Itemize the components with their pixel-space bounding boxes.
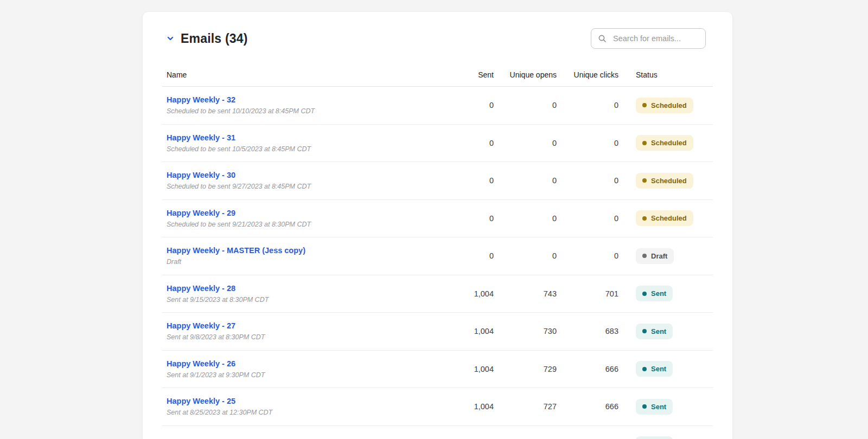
- table-header-row: Name Sent Unique opens Unique clicks Sta…: [162, 49, 713, 87]
- emails-panel: Emails (34) Name Sent Unique opens Uniqu…: [143, 12, 732, 439]
- email-row[interactable]: Happy Weekly - 30 Scheduled to be sent 9…: [162, 162, 713, 200]
- email-row[interactable]: Happy Weekly - 24 Sent: [162, 426, 713, 439]
- unique-clicks-count: 0: [557, 139, 618, 147]
- email-name-link[interactable]: Happy Weekly - 27: [167, 321, 235, 330]
- sent-count: 1,004: [429, 289, 494, 298]
- column-header-unique-opens: Unique opens: [494, 70, 557, 79]
- email-row[interactable]: Happy Weekly - 27 Sent at 9/8/2023 at 8:…: [162, 313, 713, 351]
- status-dot-icon: [642, 216, 647, 221]
- status-cell: Sent: [618, 361, 709, 377]
- unique-opens-count: 0: [494, 214, 557, 223]
- email-subtitle: Draft: [167, 258, 429, 266]
- search-icon: [598, 34, 607, 43]
- unique-clicks-count: 0: [557, 214, 618, 223]
- column-header-sent: Sent: [429, 70, 494, 79]
- email-row[interactable]: Happy Weekly - 25 Sent at 8/25/2023 at 1…: [162, 388, 713, 426]
- status-badge: Sent: [636, 436, 673, 439]
- status-dot-icon: [642, 329, 647, 333]
- email-name-cell: Happy Weekly - MASTER (Jess copy) Draft: [167, 246, 429, 266]
- unique-clicks-count: 666: [557, 402, 618, 411]
- email-name-cell: Happy Weekly - 31 Scheduled to be sent 1…: [167, 133, 429, 153]
- status-label: Sent: [651, 365, 666, 373]
- column-header-unique-clicks: Unique clicks: [557, 70, 618, 79]
- status-dot-icon: [642, 292, 647, 296]
- email-name-link[interactable]: Happy Weekly - 29: [167, 209, 235, 217]
- status-label: Scheduled: [651, 214, 687, 222]
- column-header-name: Name: [167, 70, 429, 79]
- email-name-cell: Happy Weekly - 27 Sent at 9/8/2023 at 8:…: [167, 321, 429, 341]
- unique-clicks-count: 701: [557, 289, 618, 298]
- email-subtitle: Sent at 9/1/2023 at 9:30PM CDT: [167, 371, 429, 379]
- email-subtitle: Scheduled to be sent 9/21/2023 at 8:30PM…: [167, 221, 429, 228]
- email-row[interactable]: Happy Weekly - MASTER (Jess copy) Draft …: [162, 237, 713, 275]
- status-badge: Scheduled: [636, 98, 693, 113]
- email-row[interactable]: Happy Weekly - 28 Sent at 9/15/2023 at 8…: [162, 275, 713, 313]
- status-label: Scheduled: [651, 139, 687, 147]
- email-row[interactable]: Happy Weekly - 26 Sent at 9/1/2023 at 9:…: [162, 351, 713, 389]
- email-subtitle: Scheduled to be sent 9/27/2023 at 8:45PM…: [167, 183, 429, 190]
- email-name-link[interactable]: Happy Weekly - 31: [167, 133, 235, 142]
- status-label: Sent: [651, 403, 666, 411]
- status-cell: Scheduled: [618, 173, 709, 189]
- status-cell: Sent: [618, 324, 709, 339]
- sent-count: 0: [429, 251, 494, 260]
- sent-count: 1,004: [429, 402, 494, 411]
- column-header-status: Status: [618, 70, 709, 79]
- unique-clicks-count: 683: [557, 327, 618, 335]
- chevron-down-icon[interactable]: [167, 35, 174, 42]
- status-badge: Sent: [636, 286, 673, 301]
- email-name-link[interactable]: Happy Weekly - 28: [167, 284, 235, 293]
- status-label: Scheduled: [651, 101, 687, 109]
- status-badge: Sent: [636, 361, 673, 377]
- sent-count: 0: [429, 139, 494, 147]
- email-name-cell: Happy Weekly - 29 Scheduled to be sent 9…: [167, 209, 429, 228]
- email-name-cell: Happy Weekly - 30 Scheduled to be sent 9…: [167, 171, 429, 190]
- email-name-link[interactable]: Happy Weekly - 30: [167, 171, 235, 179]
- unique-opens-count: 743: [494, 289, 557, 298]
- email-subtitle: Scheduled to be sent 10/5/2023 at 8:45PM…: [167, 145, 429, 153]
- email-name-cell: Happy Weekly - 32 Scheduled to be sent 1…: [167, 95, 429, 115]
- status-dot-icon: [642, 178, 647, 183]
- unique-opens-count: 0: [494, 251, 557, 260]
- status-cell: Scheduled: [618, 135, 709, 151]
- email-name-link[interactable]: Happy Weekly - 25: [167, 397, 235, 405]
- sent-count: 0: [429, 214, 494, 223]
- unique-opens-count: 0: [494, 139, 557, 147]
- status-dot-icon: [642, 404, 647, 409]
- unique-opens-count: 730: [494, 327, 557, 335]
- email-row[interactable]: Happy Weekly - 32 Scheduled to be sent 1…: [162, 87, 713, 125]
- email-name-link[interactable]: Happy Weekly - 32: [167, 95, 235, 104]
- sent-count: 0: [429, 176, 494, 185]
- unique-opens-count: 0: [494, 101, 557, 109]
- status-cell: Sent: [618, 399, 709, 415]
- status-dot-icon: [642, 367, 647, 371]
- status-badge: Scheduled: [636, 210, 693, 226]
- status-cell: Sent: [618, 286, 709, 301]
- email-subtitle: Sent at 9/8/2023 at 8:30PM CDT: [167, 333, 429, 341]
- email-name-link[interactable]: Happy Weekly - MASTER (Jess copy): [167, 246, 305, 255]
- status-cell: Scheduled: [618, 210, 709, 226]
- status-badge: Draft: [636, 248, 674, 264]
- search-box[interactable]: [591, 28, 706, 49]
- email-name-link[interactable]: Happy Weekly - 26: [167, 359, 235, 368]
- status-dot-icon: [642, 254, 647, 258]
- status-badge: Sent: [636, 324, 673, 339]
- unique-opens-count: 729: [494, 365, 557, 373]
- unique-clicks-count: 0: [557, 251, 618, 260]
- status-badge: Scheduled: [636, 135, 693, 151]
- email-row[interactable]: Happy Weekly - 31 Scheduled to be sent 1…: [162, 125, 713, 163]
- emails-table: Name Sent Unique opens Unique clicks Sta…: [162, 49, 713, 439]
- email-subtitle: Sent at 9/15/2023 at 8:30PM CDT: [167, 296, 429, 304]
- emails-section-toggle[interactable]: Emails (34): [167, 31, 248, 46]
- page-title: Emails (34): [181, 31, 248, 46]
- status-cell: Sent: [618, 436, 709, 439]
- status-cell: Scheduled: [618, 98, 709, 113]
- email-subtitle: Scheduled to be sent 10/10/2023 at 8:45P…: [167, 107, 429, 115]
- search-input[interactable]: [612, 34, 699, 43]
- email-name-cell: Happy Weekly - 28 Sent at 9/15/2023 at 8…: [167, 284, 429, 304]
- email-subtitle: Sent at 8/25/2023 at 12:30PM CDT: [167, 409, 429, 416]
- email-row[interactable]: Happy Weekly - 29 Scheduled to be sent 9…: [162, 200, 713, 238]
- unique-clicks-count: 0: [557, 101, 618, 109]
- status-badge: Scheduled: [636, 173, 693, 189]
- sent-count: 0: [429, 101, 494, 109]
